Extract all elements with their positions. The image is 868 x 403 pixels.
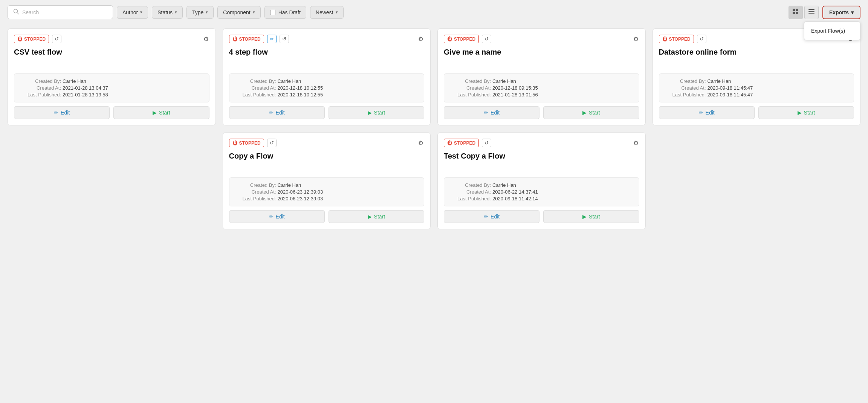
card-meta: Created By: Carrie Han Created At: 2020-… [444,73,639,102]
search-placeholder: Search [22,9,39,15]
start-button[interactable]: ▶ Start [329,106,424,119]
start-label: Start [374,110,385,116]
grid-view-button[interactable] [789,6,803,19]
start-button[interactable]: ▶ Start [113,106,209,119]
filter-type-label: Type [192,9,203,15]
stopped-label: STOPPED [454,140,475,146]
start-button[interactable]: ▶ Start [543,210,639,223]
last-published-value: 2020-06-23 12:39:03 [278,196,323,202]
refresh-button[interactable]: ↺ [697,35,706,43]
start-button[interactable]: ▶ Start [329,210,424,223]
card-header-left: ⏻ STOPPED ↺ [229,139,277,147]
created-at-label: Created At: [449,189,491,195]
card-title: Test Copy a Flow [444,151,639,174]
meta-last-published: Last Published: 2021-01-28 13:01:56 [449,92,634,98]
meta-created-at: Created At: 2020-09-18 11:45:47 [665,85,849,91]
edit-label: Edit [491,110,500,116]
created-by-value: Carrie Han [63,78,86,84]
created-at-value: 2020-12-18 10:12:55 [278,85,323,91]
stopped-badge: ⏻ STOPPED [229,35,264,43]
refresh-button[interactable]: ↺ [482,139,491,147]
power-icon: ⏻ [232,140,237,146]
settings-button[interactable]: ⚙ [417,139,424,147]
card-header-left: ⏻ STOPPED ↺ [444,35,491,43]
export-flows-item[interactable]: Export Flow(s) [804,24,860,38]
start-button[interactable]: ▶ Start [543,106,639,119]
svg-rect-2 [793,9,795,11]
edit-button[interactable]: ✏ Edit [229,106,325,119]
stopped-badge: ⏻ STOPPED [444,35,479,43]
start-icon: ▶ [153,110,157,116]
edit-button[interactable]: ✏ Edit [659,106,755,119]
last-published-value: 2020-09-18 11:42:14 [492,196,538,202]
edit-button[interactable]: ✏ Edit [444,210,539,223]
card-meta: Created By: Carrie Han Created At: 2020-… [659,73,854,102]
power-icon: ⏻ [447,140,452,146]
search-box[interactable]: Search [8,5,113,19]
power-icon: ⏻ [447,36,452,42]
edit-button[interactable]: ✏ Edit [229,210,325,223]
filter-has-draft[interactable]: Has Draft [264,6,306,19]
last-published-label: Last Published: [449,196,491,202]
edit-button[interactable]: ✏ Edit [444,106,539,119]
created-at-label: Created At: [665,85,706,91]
last-published-value: 2021-01-28 13:01:56 [492,92,538,98]
created-at-value: 2021-01-28 13:04:37 [63,85,108,91]
card-actions: ✏ Edit ▶ Start [444,210,639,223]
last-published-label: Last Published: [665,92,706,98]
edit-button[interactable]: ✏ Edit [14,106,110,119]
refresh-button[interactable]: ↺ [267,139,277,147]
meta-last-published: Last Published: 2020-09-18 11:42:14 [449,196,634,202]
svg-rect-8 [808,13,815,14]
meta-created-by: Created By: Carrie Han [449,182,634,188]
exports-container: Exports ▾ Export Flow(s) [822,6,860,19]
refresh-button[interactable]: ↺ [280,35,289,43]
settings-button[interactable]: ⚙ [633,139,639,147]
stopped-label: STOPPED [24,37,46,42]
has-draft-checkbox[interactable] [270,10,275,15]
stopped-badge: ⏻ STOPPED [229,139,264,147]
filter-author[interactable]: Author ▾ [117,6,148,19]
meta-created-by: Created By: Carrie Han [449,78,634,84]
created-by-label: Created By: [20,78,61,84]
filter-component[interactable]: Component ▾ [217,6,260,19]
power-icon: ⏻ [232,36,237,42]
filter-component-label: Component [223,9,250,15]
last-published-label: Last Published: [235,196,276,202]
card-meta: Created By: Carrie Han Created At: 2020-… [229,177,425,206]
settings-button[interactable]: ⚙ [633,35,639,43]
created-at-value: 2020-06-23 12:39:03 [278,189,323,195]
created-by-value: Carrie Han [492,78,516,84]
exports-button[interactable]: Exports ▾ [822,6,860,19]
list-view-button[interactable] [804,6,819,19]
card-meta: Created By: Carrie Han Created At: 2021-… [14,73,209,102]
card-actions: ✏ Edit ▶ Start [659,106,854,119]
filter-newest[interactable]: Newest ▾ [310,6,344,19]
flow-card-test-copy-a-flow: ⏻ STOPPED ↺ ⚙ Test Copy a Flow Created B… [437,132,646,229]
draft-edit-button[interactable]: ✏ [267,35,277,43]
chevron-down-icon: ▾ [175,10,177,15]
flow-card-give-me-a-name: ⏻ STOPPED ↺ ⚙ Give me a name Created By:… [437,28,646,125]
refresh-button[interactable]: ↺ [482,35,491,43]
edit-icon: ✏ [54,110,58,116]
created-at-label: Created At: [235,85,276,91]
start-button[interactable]: ▶ Start [758,106,854,119]
svg-rect-5 [796,12,798,14]
card-meta: Created By: Carrie Han Created At: 2020-… [229,73,425,102]
settings-button[interactable]: ⚙ [417,35,424,43]
power-icon: ⏻ [662,36,667,42]
settings-button[interactable]: ⚙ [203,35,209,43]
refresh-button[interactable]: ↺ [52,35,61,43]
svg-rect-3 [796,9,798,11]
created-by-label: Created By: [449,182,491,188]
meta-last-published: Last Published: 2020-09-18 11:45:47 [665,92,849,98]
last-published-label: Last Published: [235,92,276,98]
meta-created-at: Created At: 2021-01-28 13:04:37 [20,85,204,91]
card-actions: ✏ Edit ▶ Start [229,106,425,119]
filter-status[interactable]: Status ▾ [152,6,183,19]
chevron-down-icon: ▾ [206,10,208,15]
edit-icon: ✏ [484,214,488,220]
filter-type[interactable]: Type ▾ [186,6,214,19]
stopped-badge: ⏻ STOPPED [14,35,49,43]
card-meta: Created By: Carrie Han Created At: 2020-… [444,177,639,206]
